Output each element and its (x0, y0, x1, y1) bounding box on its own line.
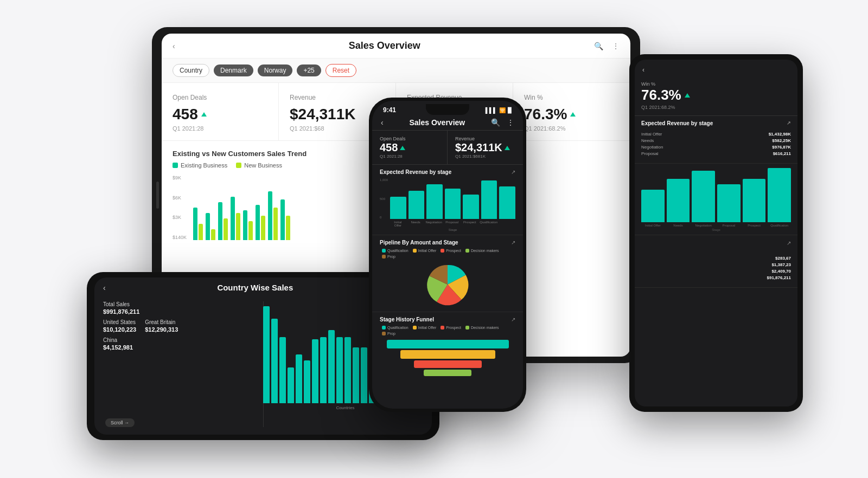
pl-bar-12 (353, 347, 359, 403)
wifi-icon: 🛜 (499, 107, 506, 113)
bar-group-4 (231, 197, 240, 240)
phone-portrait: 9:41 ▌▌▌ 🛜 ▉ ‹ Sales Overview 🔍 ⋮ O (369, 98, 526, 412)
pl-bar-13 (361, 347, 367, 403)
fl-prop-dot (382, 332, 386, 335)
pp-funnel-visual (380, 338, 515, 378)
scroll-button[interactable]: Scroll → (105, 418, 135, 427)
bar-existing-4 (231, 197, 235, 240)
tr-rev2-item-2: $1,387,23 (641, 262, 791, 267)
search-icon[interactable]: 🔍 (594, 42, 603, 50)
tr-rev-item-1: Initial Offer $1,432,98K (641, 132, 791, 137)
legend-decision-dot (465, 249, 469, 253)
tr-expand-icon[interactable]: ↗ (787, 240, 791, 246)
pl-bar-6 (304, 360, 310, 403)
tr-rev-label-1: Initial Offer (641, 132, 662, 137)
tr-bar-4 (717, 184, 741, 222)
tr-rev-val-3: $976,87K (772, 145, 791, 150)
tr-x-labels: Initial Offer Needs Negotiation Proposal… (641, 224, 791, 227)
tr-expected-expand[interactable]: ↗ (787, 120, 791, 126)
pp-pipeline-section: Pipeline By Amount and Stage ↗ Qualifica… (372, 235, 523, 312)
pp-funnel-title: Stage History Funnel (380, 316, 434, 322)
pl-total-value: $991,876,211 (103, 308, 245, 315)
pp-bar-6 (481, 180, 497, 219)
tr-win-trend (685, 93, 690, 98)
tr-expected-section: Expected Revenue by stage ↗ Initial Offe… (635, 116, 797, 164)
pp-bar-4 (445, 189, 461, 219)
tr-rev-item-4: Proposal $616,211 (641, 151, 791, 156)
pl-bar-2 (271, 319, 278, 403)
pp-funnel-expand[interactable]: ↗ (511, 316, 515, 322)
denmark-chip[interactable]: Denmark (214, 64, 253, 76)
pp-pipeline-expand[interactable]: ↗ (511, 240, 515, 246)
win-rate-value: 76.3% (524, 106, 619, 123)
pp-time: 9:41 (383, 106, 396, 114)
tr-rev2-val-3: $2,409,70 (771, 269, 791, 274)
bar-new-7 (273, 208, 278, 240)
pp-metrics: Open Deals 458 Q1 2021:28 Revenue $24,31… (372, 131, 523, 165)
tr-bar-chart (641, 168, 791, 222)
tablet-header-icons: 🔍 ⋮ (594, 42, 620, 50)
tr-back-icon[interactable]: ‹ (642, 66, 644, 74)
tr-rev2-item-3: $2,409,70 (641, 269, 791, 274)
pp-funnel-header: Stage History Funnel ↗ (380, 316, 515, 322)
bar-group-1 (193, 208, 203, 240)
tr-rev-label-4: Proposal (641, 151, 659, 156)
country-filter-chip[interactable]: Country (173, 64, 209, 77)
pp-expected-chart: Initial Offer Needs Negotiation Proposal… (390, 178, 515, 231)
pp-revenue-trend (505, 146, 510, 150)
pp-pipeline-title: Pipeline By Amount and Stage (380, 240, 458, 246)
open-deals-label: Open Deals (173, 94, 267, 101)
pp-funnel-section: Stage History Funnel ↗ Qualification Ini… (372, 312, 523, 382)
pp-back-icon[interactable]: ‹ (381, 118, 384, 127)
norway-chip[interactable]: Norway (258, 64, 293, 76)
pp-expected-title: Expected Revenue by stage (380, 169, 451, 175)
tr-expected-title: Expected Revenue by stage ↗ (641, 120, 791, 126)
y-axis-label: $140K (173, 235, 187, 240)
bar-existing-5 (243, 210, 247, 240)
tr-rev-item-2: Needs $582,25K (641, 138, 791, 143)
pp-fl-io: Initial Offer (413, 326, 437, 330)
pp-fl-prop: Prop (382, 332, 395, 335)
pp-bar-7 (499, 186, 515, 219)
battery-icon: ▉ (508, 107, 512, 113)
tr-screen: ‹ Win % 76.3% Q1 2021:68.2% Expected Rev… (635, 60, 797, 406)
bar-group-5 (243, 210, 253, 240)
funnel-bar-3 (414, 360, 482, 368)
pl-gb-stat: Great Britain $12,290,313 (145, 319, 178, 333)
pp-more-icon[interactable]: ⋮ (507, 118, 514, 127)
legend-prop-dot (382, 255, 386, 259)
pp-search-icon[interactable]: 🔍 (491, 118, 500, 127)
tr-win-value: 76.3% (641, 87, 791, 104)
pp-bar-3 (426, 184, 443, 219)
fl-qual-dot (382, 326, 386, 330)
y-axis: $9K $6K $3K $140K (173, 175, 189, 240)
fl-decision-dot (465, 326, 469, 330)
open-deals-trend-icon (201, 112, 207, 117)
pp-header: ‹ Sales Overview 🔍 ⋮ (372, 116, 523, 131)
win-rate-label: Win % (524, 94, 619, 101)
more-icon[interactable]: ⋮ (612, 42, 620, 50)
tr-rev2-item-4: $91,876,211 (641, 275, 791, 280)
pl-title: Country Wise Sales (106, 283, 405, 292)
pl-bar-5 (296, 354, 302, 403)
bar-group-7 (268, 191, 278, 240)
tr-rev-val-1: $1,432,98K (769, 132, 791, 137)
bar-group-3 (218, 202, 228, 240)
tr-rev-item-3: Negotiation $976,87K (641, 145, 791, 150)
pp-legend-decision: Decision makers (465, 249, 499, 253)
pl-bar-11 (344, 337, 351, 403)
pl-china-stat: China $4,152,981 (103, 337, 245, 351)
tr-rev-list-2: $283,67 $1,387,23 $2,409,70 $91,876,211 (641, 254, 791, 284)
pp-expected-expand[interactable]: ↗ (511, 169, 515, 175)
funnel-bar-1 (387, 340, 509, 348)
tr-header: ‹ (635, 60, 797, 78)
pp-y-axis: 1,000 500 0 (380, 178, 388, 219)
reset-button[interactable]: Reset (326, 64, 356, 77)
pp-open-deals-trend (400, 146, 405, 150)
pp-legend-prospect: Prospect (441, 249, 461, 253)
more-chips[interactable]: +25 (297, 64, 321, 76)
pp-legend-initial-offer: Initial Offer (413, 249, 437, 253)
bar-group-2 (206, 213, 215, 240)
pl-country-stats: United States $10,120,223 Great Britain … (103, 319, 245, 333)
tr-bar-2 (667, 179, 690, 222)
